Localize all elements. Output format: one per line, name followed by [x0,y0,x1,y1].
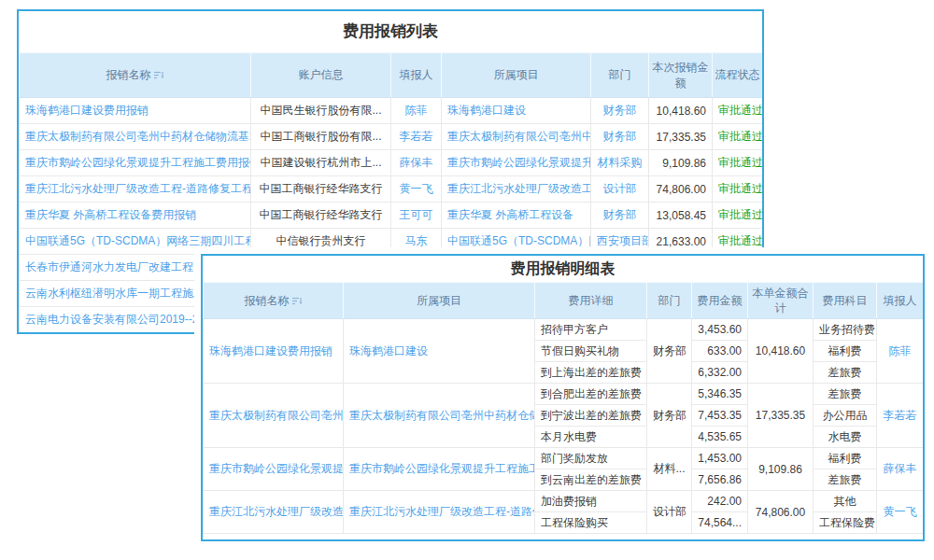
cell-expense-subject: 福利费 [814,448,877,469]
cell-account: 中信银行贵州支行 [251,229,391,255]
cell-reporter[interactable]: 黄一飞 [877,491,924,534]
col-header-expense-detail: 费用详细 [535,283,647,319]
expense-list-row: 重庆江北污水处理厂级改造工程-道路修复工程费用...中国工商银行经华路支行黄一飞… [20,176,763,203]
cell-dept: 财务部 [647,384,692,448]
cell-expense-detail: 加油费报销 [535,491,647,512]
cell-report-name[interactable]: 重庆市鹅岭公园绿化景观提升工程施工费用报销 [20,150,251,176]
cell-project[interactable]: 中国联通5G（TD-SCDMA）网... [442,229,591,255]
expense-detail-table: 报销名称 所属项目 费用详细 部门 费用金额 本单金额合计 费用科目 填报人 珠… [203,282,924,534]
cell-expense-detail: 到云南出差的差旅费 [535,469,647,491]
cell-project[interactable]: 重庆太极制药有限公司亳州中药材仓储物流基地项目 [344,384,535,448]
cell-expense-amount: 5,346.35 [692,384,748,405]
col-header-reporter: 填报人 [877,283,924,319]
cell-project[interactable]: 重庆市鹅岭公园绿化景观提升工程施工 [344,448,535,491]
expense-list-row: 重庆华夏 外高桥工程设备费用报销中国工商银行经华路支行王可可重庆华夏 外高桥工程… [20,203,763,229]
expense-detail-row: 重庆江北污水处理厂级改造工程-道路修复工程费用报销重庆江北污水处理厂级改造工程-… [204,491,924,512]
cell-project[interactable]: 珠海鹤港口建设 [344,319,535,384]
cell-project[interactable]: 重庆华夏 外高桥工程设备 [442,203,591,229]
expense-detail-row: 重庆市鹅岭公园绿化景观提升工程施工费用报销重庆市鹅岭公园绿化景观提升工程施工部门… [204,448,924,469]
cell-reporter[interactable]: 陈菲 [877,319,924,384]
cell-status: 审批通过 [713,176,763,203]
cell-reporter[interactable]: 陈菲 [391,98,442,124]
cell-expense-detail: 部门奖励发放 [535,448,647,469]
cell-reporter[interactable]: 薛保丰 [877,448,924,491]
cell-status: 审批通过 [713,98,763,124]
cell-account: 中国工商银行股份有限... [251,124,391,150]
cell-report-name[interactable]: 重庆江北污水处理厂级改造工程-道路修复工程费用报销 [204,491,344,534]
expense-detail-header-row: 报销名称 所属项目 费用详细 部门 费用金额 本单金额合计 费用科目 填报人 [204,283,924,319]
cell-expense-amount: 242.00 [692,491,748,512]
cell-project[interactable]: 重庆太极制药有限公司亳州中... [442,124,591,150]
cell-dept: 材料... [647,448,692,491]
cell-report-name[interactable]: 重庆市鹅岭公园绿化景观提升工程施工费用报销 [204,448,344,491]
cell-expense-amount: 7,453.35 [692,405,748,427]
cell-expense-subject: 差旅费 [814,469,877,491]
sort-icon[interactable] [292,297,303,305]
cell-dept[interactable]: 设计部 [591,176,649,203]
cell-expense-detail: 节假日购买礼物 [535,341,647,362]
cell-status: 审批通过 [713,124,763,150]
col-header-total-amount: 本单金额合计 [748,283,814,319]
cell-expense-subject: 工程保险费 [814,512,877,534]
cell-expense-amount: 4,535.65 [692,427,748,448]
cell-expense-detail: 本月水电费 [535,427,647,448]
cell-dept[interactable]: 财务部 [591,124,649,150]
cell-report-name[interactable]: 珠海鹤港口建设费用报销 [20,98,251,124]
col-header-dept: 部门 [591,53,649,98]
cell-amount: 10,418.60 [649,98,713,124]
col-header-report-name[interactable]: 报销名称 [20,53,251,98]
cell-reporter[interactable]: 李若若 [391,124,442,150]
cell-expense-detail: 到合肥出差的差旅费 [535,384,647,405]
col-header-status: 流程状态 [713,53,763,98]
expense-list-title: 费用报销列表 [19,11,762,52]
cell-amount: 13,058.45 [649,203,713,229]
cell-project[interactable]: 珠海鹤港口建设 [442,98,591,124]
col-header-report-name[interactable]: 报销名称 [204,283,344,319]
cell-project[interactable]: 重庆江北污水处理厂级改造工程-道路修复工程 [344,491,535,534]
cell-amount: 9,109.86 [649,150,713,176]
col-header-account: 账户信息 [251,53,391,98]
cell-expense-detail: 到上海出差的差旅费 [535,362,647,384]
expense-list-row: 重庆太极制药有限公司亳州中药材仓储物流基地项...中国工商银行股份有限...李若… [20,124,763,150]
col-header-project: 所属项目 [344,283,535,319]
cell-report-name[interactable]: 重庆江北污水处理厂级改造工程-道路修复工程费用... [20,176,251,203]
col-header-expense-subject: 费用科目 [814,283,877,319]
cell-reporter[interactable]: 王可可 [391,203,442,229]
col-header-dept: 部门 [647,283,692,319]
cell-expense-amount: 6,332.00 [692,362,748,384]
cell-reporter[interactable]: 薛保丰 [391,150,442,176]
sort-icon[interactable] [154,71,164,79]
cell-expense-detail: 到宁波出差的差旅费 [535,405,647,427]
cell-account: 中国工商银行经华路支行 [251,203,391,229]
cell-project[interactable]: 重庆市鹅岭公园绿化景观提升... [442,150,591,176]
cell-expense-subject: 福利费 [814,341,877,362]
cell-total-amount: 17,335.35 [748,384,814,448]
cell-amount: 74,806.00 [649,176,713,203]
cell-status: 审批通过 [713,203,763,229]
cell-total-amount: 74,806.00 [748,491,814,534]
cell-status: 审批通过 [713,229,763,255]
cell-expense-subject: 办公用品 [814,405,877,427]
cell-expense-detail: 工程保险购买 [535,512,647,534]
expense-list-header-row: 报销名称 账户信息 填报人 所属项目 部门 本次报销金额 流程状态 [20,53,763,98]
expense-list-row: 中国联通5G（TD-SCDMA）网络三期四川工程费...中信银行贵州支行马东中国… [20,229,763,255]
cell-reporter[interactable]: 李若若 [877,384,924,448]
cell-dept[interactable]: 材料采购 [591,150,649,176]
col-header-project: 所属项目 [442,53,591,98]
cell-project[interactable]: 重庆江北污水处理厂级改造工... [442,176,591,203]
cell-reporter[interactable]: 马东 [391,229,442,255]
cell-report-name[interactable]: 重庆华夏 外高桥工程设备费用报销 [20,203,251,229]
cell-reporter[interactable]: 黄一飞 [391,176,442,203]
cell-dept[interactable]: 财务部 [591,203,649,229]
cell-dept[interactable]: 财务部 [591,98,649,124]
cell-account: 中国建设银行杭州市上... [251,150,391,176]
cell-report-name[interactable]: 重庆太极制药有限公司亳州中药材仓储物流基地项... [20,124,251,150]
cell-report-name[interactable]: 重庆太极制药有限公司亳州中药材仓储物流基地项目费用报销 [204,384,344,448]
cell-report-name[interactable]: 中国联通5G（TD-SCDMA）网络三期四川工程费... [20,229,251,255]
cell-report-name[interactable]: 珠海鹤港口建设费用报销 [204,319,344,384]
cell-status: 审批通过 [713,150,763,176]
cell-dept[interactable]: 西安项目部 [591,229,649,255]
cell-account: 中国工商银行经华路支行 [251,176,391,203]
col-header-amount: 本次报销金额 [649,53,713,98]
col-header-expense-amount: 费用金额 [692,283,748,319]
